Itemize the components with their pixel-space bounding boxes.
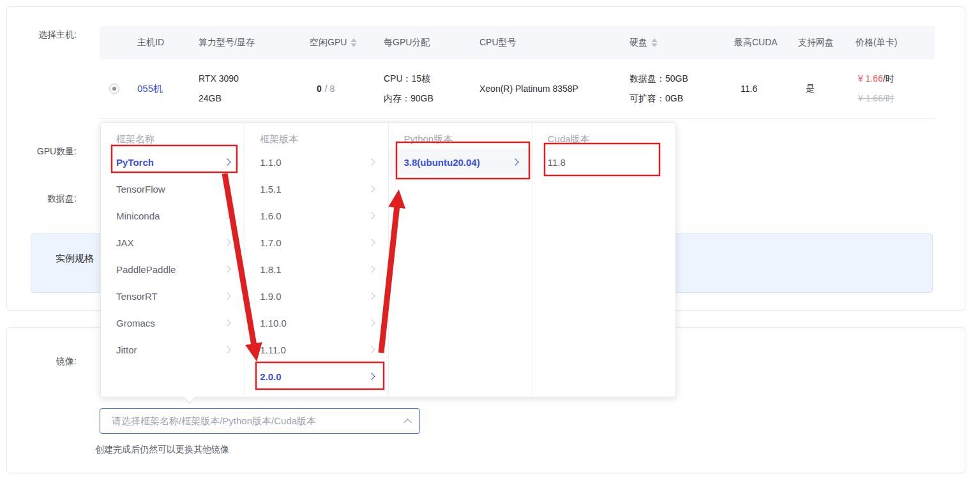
per-gpu-mem: 内存：90GB — [384, 89, 433, 108]
cascader-column-2: Python版本3.8(ubuntu20.04) — [389, 123, 532, 397]
cascader-option[interactable]: 1.7.0 — [245, 229, 388, 256]
cascader-option-label: 1.7.0 — [260, 237, 281, 248]
cascader-option[interactable]: TensorFlow — [101, 175, 244, 202]
cascader-option[interactable]: PaddlePaddle — [101, 256, 244, 283]
chevron-right-icon — [368, 265, 375, 272]
cascader-option-label: 1.9.0 — [260, 291, 281, 302]
cascader-option-label: 1.10.0 — [260, 318, 287, 329]
cascader-option-label: PaddlePaddle — [116, 264, 176, 275]
host-id-link[interactable]: 055机 — [137, 83, 163, 95]
th-gpu-model: 算力型号/显存 — [186, 26, 301, 59]
th-disk[interactable]: 硬盘 — [617, 26, 725, 59]
cascader-option[interactable]: 1.6.0 — [245, 202, 388, 229]
cascader-column-header: Python版本 — [389, 130, 532, 149]
disk-data: 数据盘：50GB — [629, 69, 688, 89]
chevron-right-icon — [511, 158, 518, 165]
chevron-up-icon — [403, 418, 412, 427]
sort-icon[interactable] — [351, 38, 357, 47]
gpu-model-cell: RTX 3090 24GB — [186, 59, 301, 118]
cascader-option-label: TensorRT — [116, 291, 158, 302]
free-gpu-used: 0 — [317, 84, 322, 94]
cascader-option[interactable]: 1.1.0 — [245, 149, 388, 175]
th-netdisk: 支持网盘 — [789, 26, 847, 59]
cascader-option[interactable]: 3.8(ubuntu20.04) — [389, 149, 532, 175]
chevron-right-icon — [368, 319, 375, 326]
framework-cascader-dropdown: 框架名称PyTorchTensorFlowMinicondaJAXPaddleP… — [100, 122, 676, 397]
free-gpu-total: / 8 — [325, 84, 335, 94]
chevron-right-icon — [224, 158, 231, 165]
cpu-model-cell: Xeon(R) Platinum 8358P — [470, 59, 617, 118]
host-radio-cell — [100, 59, 128, 118]
cascader-column-header: 框架版本 — [245, 130, 388, 149]
chevron-right-icon — [224, 265, 231, 272]
cascader-option-label: JAX — [116, 237, 134, 248]
per-gpu-cpu: CPU：15核 — [384, 69, 430, 89]
chevron-right-icon — [224, 185, 231, 192]
chevron-right-icon — [368, 212, 375, 219]
chevron-right-icon — [224, 239, 231, 246]
cascader-option[interactable]: TensorRT — [101, 283, 244, 309]
image-select[interactable]: 请选择框架名称/框架版本/Python版本/Cuda版本 — [100, 408, 420, 434]
cascader-option-label: 1.11.0 — [260, 344, 286, 355]
chevron-right-icon — [368, 185, 375, 192]
cascader-option[interactable]: 1.8.1 — [245, 256, 388, 283]
th-host-id: 主机ID — [128, 26, 186, 59]
cascader-option-label: 2.0.0 — [260, 371, 281, 382]
chevron-right-icon — [224, 292, 231, 299]
cascader-option-label: 1.1.0 — [260, 157, 281, 168]
cascader-option-label: Jittor — [116, 344, 137, 355]
cascader-option-label: 1.8.1 — [260, 264, 281, 275]
host-table: 主机ID 算力型号/显存 空闲GPU 每GPU分配 CPU型号 硬盘 最高CUD… — [100, 26, 935, 119]
image-label: 镜像: — [7, 355, 77, 367]
th-per-gpu: 每GPU分配 — [371, 26, 470, 59]
host-table-row[interactable]: 055机 RTX 3090 24GB 0/ 8 CPU：15核 内存：90GB … — [100, 59, 935, 119]
sort-icon[interactable] — [651, 38, 658, 47]
chevron-right-icon — [368, 373, 375, 380]
cascader-column-3: Cuda版本11.8 — [532, 123, 675, 397]
disk-expand: 可扩容：0GB — [629, 89, 683, 108]
per-gpu-cell: CPU：15核 内存：90GB — [371, 59, 470, 118]
th-radio — [100, 26, 128, 59]
chevron-right-icon — [368, 292, 375, 299]
cascader-column-header: 框架名称 — [101, 130, 244, 149]
page: 选择主机: 主机ID 算力型号/显存 空闲GPU 每GPU分配 CPU型号 硬盘… — [0, 0, 980, 481]
host-radio[interactable] — [109, 84, 119, 94]
cascader-option-label: 11.8 — [548, 157, 566, 168]
th-max-cuda: 最高CUDA — [725, 26, 789, 59]
gpu-model: RTX 3090 — [199, 69, 239, 89]
cascader-option-label: 1.5.1 — [260, 184, 281, 195]
cascader-option[interactable]: Miniconda — [101, 202, 244, 229]
chevron-right-icon — [224, 212, 231, 219]
cascader-option[interactable]: 1.9.0 — [245, 283, 388, 309]
max-cuda-cell: 11.6 — [725, 59, 789, 118]
th-cpu-model: CPU型号 — [470, 26, 617, 59]
cascader-option-label: TensorFlow — [116, 184, 165, 195]
cascader-column-0: 框架名称PyTorchTensorFlowMinicondaJAXPaddleP… — [101, 123, 245, 397]
cascader-option[interactable]: 2.0.0 — [245, 363, 388, 390]
chevron-right-icon — [368, 346, 375, 353]
netdisk-cell: 是 — [789, 59, 847, 118]
radio-dot-icon — [112, 87, 116, 91]
instance-spec-label: 实例规格 — [56, 253, 94, 263]
gpu-memory: 24GB — [199, 89, 222, 108]
price-original: ¥ 1.66/时 — [858, 89, 894, 108]
cascader-option[interactable]: 11.8 — [532, 149, 675, 175]
cascader-column-header: Cuda版本 — [532, 130, 675, 149]
cascader-option[interactable]: 1.10.0 — [245, 309, 388, 336]
cascader-option-label: 3.8(ubuntu20.04) — [404, 157, 480, 168]
image-select-placeholder: 请选择框架名称/框架版本/Python版本/Cuda版本 — [112, 415, 316, 427]
cascader-option[interactable]: Gromacs — [101, 309, 244, 336]
cascader-option[interactable]: Jittor — [101, 336, 244, 363]
cascader-option[interactable]: PyTorch — [101, 149, 244, 175]
cascader-option-label: PyTorch — [116, 157, 154, 168]
cascader-option-label: Gromacs — [116, 318, 155, 329]
cascader-option[interactable]: 1.11.0 — [245, 336, 388, 363]
cascader-option[interactable]: JAX — [101, 229, 244, 256]
cascader-option[interactable]: 1.5.1 — [245, 175, 388, 202]
th-free-gpu[interactable]: 空闲GPU — [301, 26, 371, 59]
price-cell: ¥ 1.66/时 ¥ 1.66/时 — [847, 59, 935, 118]
chevron-right-icon — [368, 239, 375, 246]
chevron-right-icon — [368, 158, 375, 165]
cascader-column-1: 框架版本1.1.01.5.11.6.01.7.01.8.11.9.01.10.0… — [245, 123, 388, 397]
price-current: ¥ 1.66/时 — [858, 69, 894, 89]
